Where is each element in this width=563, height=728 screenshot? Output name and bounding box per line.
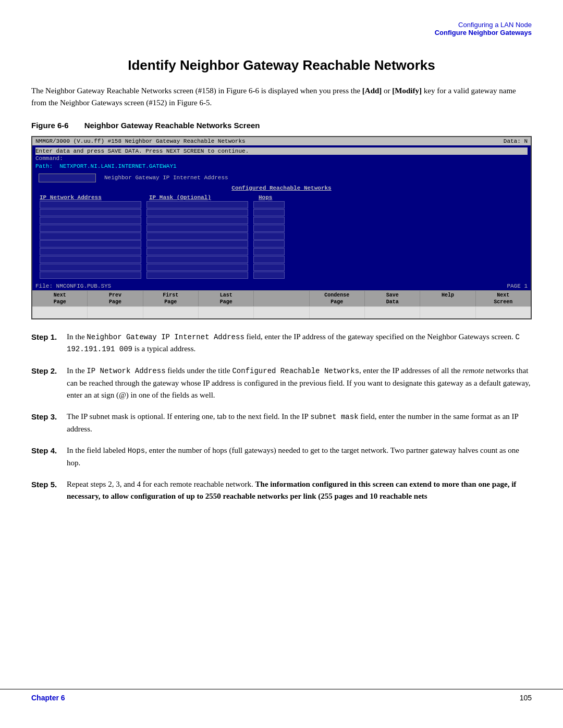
term-col3-field[interactable] [253, 225, 285, 232]
term-col2-field[interactable] [146, 232, 248, 240]
term-fkey-bar2 [32, 306, 531, 318]
term-col1-field[interactable] [40, 232, 141, 240]
term-col2-field[interactable] [146, 272, 248, 279]
term-table-row [40, 256, 523, 263]
page-title: Identify Neighbor Gateway Reachable Netw… [31, 57, 532, 73]
term-col3-field[interactable] [253, 272, 285, 279]
step-2: Step 2. In the IP Network Address fields… [31, 365, 532, 401]
term-col3-field[interactable] [253, 256, 285, 263]
term-col3-header: Hops [259, 194, 295, 201]
step-1-content: In the Neighbor Gateway IP Internet Addr… [67, 331, 532, 355]
term-col2-field[interactable] [146, 209, 248, 216]
term-table-row [40, 201, 523, 208]
term-table-rows [35, 201, 528, 280]
term-col3-field[interactable] [253, 264, 285, 271]
term-col2-field[interactable] [146, 225, 248, 232]
fkey2-9 [476, 307, 531, 318]
fkey2-8 [420, 307, 475, 318]
step-4-content: In the field labeled Hops, enter the num… [67, 445, 532, 469]
term-file-line: File: NMCONFIG.PUB.SYS PAGE 1 [32, 282, 531, 290]
step-4-label: Step 4. [31, 445, 63, 456]
term-col3-field[interactable] [253, 201, 285, 208]
breadcrumb-line2: Configure Neighbor Gateways [435, 29, 532, 36]
term-configured-label: Configured Reachable Networks [35, 184, 528, 192]
term-col1-field[interactable] [40, 201, 141, 208]
step-1: Step 1. In the Neighbor Gateway IP Inter… [31, 331, 532, 355]
term-col1-field[interactable] [40, 256, 141, 263]
fkey2-6 [310, 307, 365, 318]
term-col2-header: IP Mask (Optional) [149, 194, 253, 201]
fkey-prev-page[interactable]: PrevPage [88, 291, 143, 306]
fkey-next-page[interactable]: NextPage [32, 291, 88, 306]
fkey2-1 [32, 307, 88, 318]
term-col3-field[interactable] [253, 217, 285, 224]
term-title-text: NMMGR/3000 (V.uu.ff) #158 Neighbor Gatew… [35, 138, 246, 144]
fkey2-4 [199, 307, 254, 318]
fkey-condense-page[interactable]: CondensePage [310, 291, 365, 306]
term-col1-field[interactable] [40, 225, 141, 232]
step-1-label: Step 1. [31, 331, 63, 343]
term-col2-field[interactable] [146, 240, 248, 248]
fkey-next-screen[interactable]: NextScreen [476, 291, 531, 306]
term-col3-field[interactable] [253, 232, 285, 240]
term-col1-field[interactable] [40, 248, 141, 255]
term-table-row [40, 240, 523, 248]
term-data-n: Data: N [504, 138, 528, 144]
term-page-text: PAGE 1 [507, 283, 528, 289]
term-title-bar: NMMGR/3000 (V.uu.ff) #158 Neighbor Gatew… [32, 137, 531, 145]
step-2-label: Step 2. [31, 365, 63, 377]
term-col1-header: IP Network Address [40, 194, 144, 201]
term-ip-field[interactable] [39, 174, 96, 182]
step-3-label: Step 3. [31, 411, 63, 423]
intro-paragraph: The Neighbor Gateway Reachable Networks … [31, 85, 532, 109]
step-5-label: Step 5. [31, 478, 63, 490]
step-3-content: The IP subnet mask is optional. If enter… [67, 411, 532, 435]
step-2-content: In the IP Network Address fields under t… [67, 365, 532, 401]
fkey-last-page[interactable]: LastPage [199, 291, 254, 306]
footer-chapter: Chapter 6 [31, 694, 65, 702]
term-ip-label: Neighbor Gateway IP Internet Address [104, 174, 228, 182]
term-col2-field[interactable] [146, 256, 248, 263]
fkey-save-data[interactable]: SaveData [365, 291, 420, 306]
fkey-help[interactable]: Help [420, 291, 475, 306]
term-col2-field[interactable] [146, 264, 248, 271]
term-col2-field[interactable] [146, 217, 248, 224]
fkey2-7 [365, 307, 420, 318]
step-5-content: Repeat steps 2, 3, and 4 for each remote… [67, 478, 532, 503]
term-table-row [40, 264, 523, 271]
term-col3-field[interactable] [253, 248, 285, 255]
terminal-screen: NMMGR/3000 (V.uu.ff) #158 Neighbor Gatew… [31, 136, 532, 319]
term-table-row [40, 272, 523, 279]
footer-page: 105 [520, 694, 532, 702]
term-col1-field[interactable] [40, 209, 141, 216]
term-command-line: Command: [35, 155, 528, 163]
term-col3-field[interactable] [253, 240, 285, 248]
fkey-first-page[interactable]: FirstPage [143, 291, 199, 306]
term-file-text: File: NMCONFIG.PUB.SYS [35, 283, 111, 289]
figure-caption: Neighbor Gateway Reachable Networks Scre… [84, 121, 260, 130]
footer: Chapter 6 105 [0, 689, 563, 702]
term-col1-field[interactable] [40, 264, 141, 271]
term-col1-field[interactable] [40, 272, 141, 279]
steps-area: Step 1. In the Neighbor Gateway IP Inter… [31, 331, 532, 503]
term-col1-field[interactable] [40, 240, 141, 248]
step-5: Step 5. Repeat steps 2, 3, and 4 for eac… [31, 478, 532, 503]
step-4: Step 4. In the field labeled Hops, enter… [31, 445, 532, 469]
term-table-header: IP Network Address IP Mask (Optional) Ho… [35, 194, 528, 201]
term-col1-field[interactable] [40, 217, 141, 224]
fkey-blank [254, 291, 309, 306]
term-table-row [40, 209, 523, 216]
term-col2-field[interactable] [146, 248, 248, 255]
term-save-line: Enter data and press SAVE DATA. Press NE… [35, 147, 528, 155]
term-table-row [40, 248, 523, 255]
term-table-row [40, 217, 523, 224]
step-3: Step 3. The IP subnet mask is optional. … [31, 411, 532, 435]
term-col2-field[interactable] [146, 201, 248, 208]
fkey2-2 [88, 307, 143, 318]
term-col3-field[interactable] [253, 209, 285, 216]
term-ip-row: Neighbor Gateway IP Internet Address [35, 174, 528, 182]
fkey2-3 [143, 307, 199, 318]
term-table-row [40, 225, 523, 232]
term-table-row [40, 232, 523, 240]
figure-number: Figure 6-6 [31, 121, 69, 130]
